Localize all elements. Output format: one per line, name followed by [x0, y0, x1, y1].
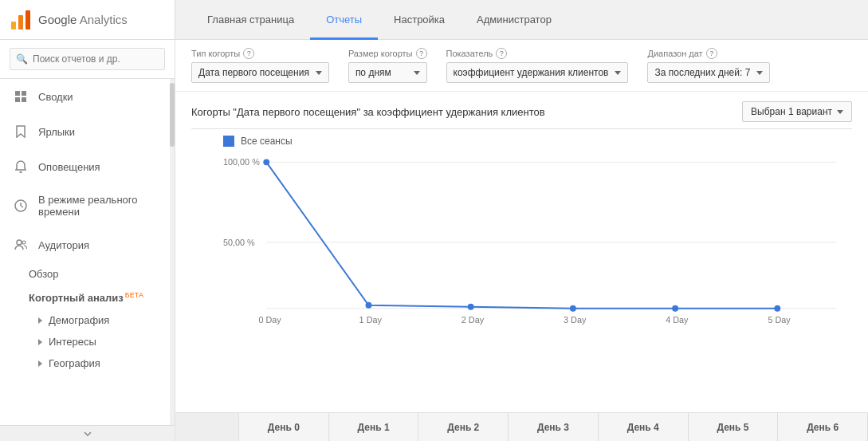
chart-header: Когорты "Дата первого посещения" за коэф… [191, 92, 852, 129]
chart-line [266, 162, 777, 308]
legend-color-box [223, 136, 234, 147]
x-label-3: 3 Day [564, 315, 587, 325]
chart-svg-container: 100,00 % 50,00 % 0 Day [191, 150, 852, 412]
indicator-label: Показатель ? [446, 48, 629, 59]
y-label-50: 50,00 % [223, 238, 255, 247]
sidebar-opovescheniya-label: Оповещения [38, 161, 162, 173]
date-range-dropdown[interactable]: За последних дней: 7 [647, 62, 770, 83]
variant-btn-label: Выбран 1 вариант [751, 106, 832, 117]
sidebar-sub-demografiya[interactable]: Демография [0, 309, 175, 331]
svg-point-12 [22, 241, 26, 244]
indicator-dropdown[interactable]: коэффициент удержания клиентов [446, 62, 629, 83]
filter-bar: Тип когорты ? Дата первого посещения Раз… [175, 40, 868, 92]
data-point-2 [468, 304, 474, 310]
legend-label: Все сеансы [241, 136, 293, 147]
table-header-day5: День 5 [689, 413, 779, 441]
table-header-day0: День 0 [239, 413, 329, 441]
x-label-0: 0 Day [258, 315, 281, 325]
scroll-down-arrow[interactable] [0, 425, 175, 441]
logo-text: Google Analytics [38, 13, 128, 26]
tab-admin[interactable]: Администратор [461, 1, 568, 40]
line-chart-svg: 100,00 % 50,00 % 0 Day [223, 150, 852, 325]
x-label-5: 5 Day [768, 315, 791, 325]
sidebar-svodki-label: Сводки [38, 91, 162, 103]
x-label-2: 2 Day [461, 315, 485, 325]
chart-legend: Все сеансы [191, 129, 852, 150]
table-row: День 0 День 1 День 2 День 3 День 4 День … [175, 412, 868, 441]
svg-rect-6 [22, 97, 26, 102]
cohort-size-help-icon[interactable]: ? [416, 48, 427, 59]
cohort-type-help-icon[interactable]: ? [243, 48, 254, 59]
sidebar-sub-interesy[interactable]: Интересы [0, 331, 175, 352]
cohort-size-value: по дням [355, 67, 391, 78]
content-area: Тип когорты ? Дата первого посещения Раз… [175, 40, 868, 441]
sidebar: 🔍 Сводки Ярлыки [0, 40, 175, 441]
filter-cohort-type: Тип когорты ? Дата первого посещения [191, 48, 329, 83]
svg-rect-2 [26, 10, 30, 30]
cohort-type-caret-icon [316, 71, 322, 75]
sidebar-item-auditoriya[interactable]: Аудитория [0, 227, 175, 262]
sidebar-item-realtime[interactable]: В режиме реального времени [0, 184, 175, 227]
data-point-3 [570, 305, 576, 312]
cohort-size-dropdown[interactable]: по дням [348, 62, 427, 83]
filter-date-range: Диапазон дат ? За последних дней: 7 [647, 48, 770, 83]
table-header-day4: День 4 [599, 413, 689, 441]
search-wrapper: 🔍 [10, 48, 165, 70]
filter-cohort-size: Размер когорты ? по дням [348, 48, 427, 83]
table-cell-empty [175, 413, 239, 441]
tab-settings[interactable]: Настройка [378, 1, 461, 40]
x-label-1: 1 Day [359, 315, 383, 325]
sidebar-item-yarlyky[interactable]: Ярлыки [0, 114, 175, 149]
sidebar-sub-kogortny[interactable]: Когортный анализБЕТА [0, 285, 175, 309]
demografiya-label: Демография [49, 314, 109, 326]
cohort-type-label: Тип когорты ? [191, 48, 329, 59]
geografiya-label: География [49, 357, 100, 369]
svg-rect-4 [22, 91, 26, 96]
sidebar-item-svodki[interactable]: Сводки [0, 79, 175, 114]
app-header: Google Analytics Главная страница Отчеты… [0, 0, 868, 40]
variant-button[interactable]: Выбран 1 вариант [742, 101, 852, 122]
arrow-right-icon [38, 317, 42, 324]
date-range-help-icon[interactable]: ? [706, 48, 717, 59]
indicator-help-icon[interactable]: ? [496, 48, 507, 59]
arrow-right-icon [38, 360, 42, 367]
sidebar-auditoriya-label: Аудитория [38, 239, 162, 251]
tab-home[interactable]: Главная страница [191, 1, 310, 40]
y-label-100: 100,00 % [223, 157, 260, 167]
scrollbar[interactable] [170, 79, 175, 425]
sidebar-sub-obzor[interactable]: Обзор [0, 262, 175, 285]
search-icon: 🔍 [16, 53, 28, 65]
data-point-0 [263, 159, 269, 165]
search-input[interactable] [10, 48, 165, 70]
bookmark-icon [13, 124, 29, 140]
svg-point-11 [17, 240, 22, 245]
date-range-caret-icon [756, 71, 763, 75]
svg-rect-1 [18, 15, 23, 30]
table-header-day2: День 2 [418, 413, 509, 441]
date-range-label: Диапазон дат ? [647, 48, 770, 59]
sidebar-sub-geografiya[interactable]: География [0, 352, 175, 374]
sidebar-kogortny-label: Когортный анализ [29, 292, 124, 304]
scrollbar-thumb[interactable] [170, 83, 175, 147]
x-label-4: 4 Day [666, 315, 689, 325]
svg-rect-0 [11, 22, 16, 30]
table-header-day3: День 3 [509, 413, 599, 441]
table-header-day6: День 6 [778, 413, 868, 441]
search-box: 🔍 [0, 40, 175, 79]
bell-icon [13, 159, 29, 175]
main-layout: 🔍 Сводки Ярлыки [0, 40, 868, 441]
sidebar-item-opovescheniya[interactable]: Оповещения [0, 149, 175, 184]
arrow-right-icon [38, 339, 42, 345]
variant-caret-icon [837, 110, 843, 114]
sidebar-yarlyky-label: Ярлыки [38, 126, 162, 138]
cohort-type-dropdown[interactable]: Дата первого посещения [191, 62, 329, 83]
cohort-size-caret-icon [414, 71, 420, 75]
table-header-day1: День 1 [329, 413, 419, 441]
tab-reports[interactable]: Отчеты [310, 1, 378, 40]
main-nav: Главная страница Отчеты Настройка Админи… [175, 0, 568, 39]
clock-icon [13, 198, 29, 214]
interesy-label: Интересы [49, 336, 96, 348]
sidebar-scroll: Сводки Ярлыки Оповещения [0, 79, 175, 425]
indicator-value: коэффициент удержания клиентов [454, 67, 609, 78]
logo-area: Google Analytics [0, 0, 175, 39]
